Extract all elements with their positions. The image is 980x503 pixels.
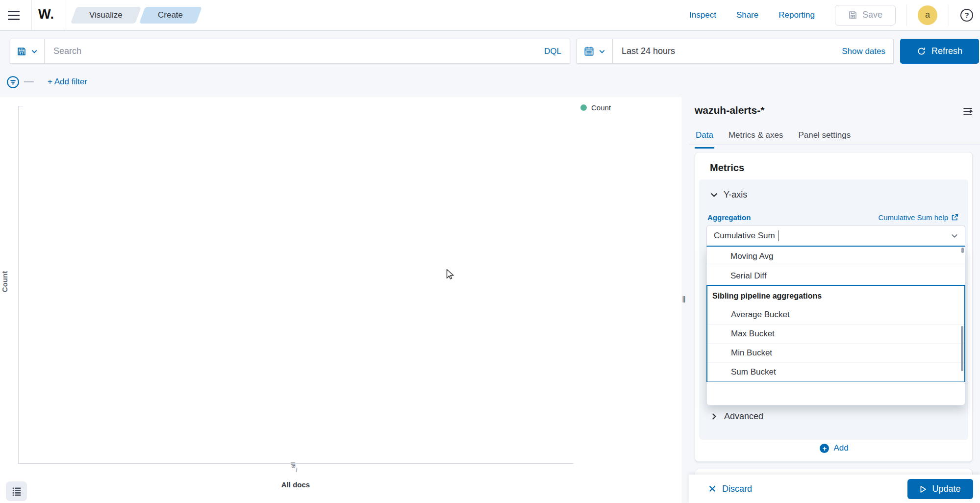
refresh-label: Refresh (931, 46, 962, 56)
date-picker: Last 24 hours Show dates (577, 39, 894, 64)
search-bar: DQL (10, 39, 570, 64)
refresh-icon (917, 47, 926, 56)
dropdown-option-sum-bucket[interactable]: Sum Bucket (707, 363, 964, 382)
advanced-accordion-label: Advanced (724, 411, 763, 422)
list-icon (11, 486, 22, 497)
y-axis-accordion-label: Y-axis (724, 190, 747, 200)
close-icon (708, 485, 716, 493)
chevron-right-icon (710, 412, 718, 421)
legend-item-count[interactable]: Count (578, 103, 614, 112)
add-filter-button[interactable]: + Add filter (45, 76, 90, 87)
share-link[interactable]: Share (736, 10, 758, 20)
metrics-heading: Metrics (710, 162, 744, 174)
advanced-accordion-toggle[interactable]: Advanced (707, 411, 766, 422)
index-pattern-title: wazuh-alerts-* (695, 104, 764, 116)
avatar-initial: a (925, 10, 930, 20)
y-axis-top-tick (18, 106, 23, 106)
help-glyph: ? (964, 11, 969, 19)
save-query-icon (17, 47, 26, 56)
aggregation-row: Aggregation Cumulative Sum help (707, 213, 961, 222)
menu-button[interactable] (8, 7, 25, 23)
dropdown-option-average-bucket[interactable]: Average Bucket (707, 305, 964, 325)
save-button[interactable]: Save (835, 5, 896, 25)
visualization-chart: Count Count _all All docs (0, 97, 681, 503)
update-label: Update (932, 484, 960, 494)
tab-panel-settings[interactable]: Panel settings (797, 126, 852, 145)
calendar-icon (584, 46, 594, 56)
save-label: Save (862, 10, 882, 20)
update-button[interactable]: Update (907, 479, 973, 499)
tab-metrics-axes[interactable]: Metrics & axes (728, 126, 784, 145)
header-divider (66, 0, 66, 30)
mouse-cursor (444, 268, 456, 280)
legend-color-dot (580, 104, 587, 111)
app-header: W. Visualize Create Inspect Share Report… (0, 0, 980, 31)
dropdown-option-moving-avg[interactable]: Moving Avg (707, 247, 965, 266)
help-link-label: Cumulative Sum help (878, 213, 948, 222)
editor-footer: Discard Update (689, 475, 980, 503)
plus-circle-icon: + (820, 444, 829, 453)
dropdown-group-label: Sibling pipeline aggregations (707, 286, 964, 305)
app-logo[interactable]: W. (38, 7, 54, 22)
add-label: Add (833, 443, 848, 453)
time-range-value[interactable]: Last 24 hours (613, 46, 834, 57)
play-icon (920, 485, 927, 493)
query-language-button[interactable]: DQL (536, 47, 570, 56)
aggregation-combobox[interactable]: Cumulative Sum (706, 225, 965, 247)
saved-query-menu-button[interactable] (10, 39, 45, 63)
editor-sidebar: wazuh-alerts-* Data Metrics & axes Panel… (689, 97, 980, 503)
inspect-link[interactable]: Inspect (689, 10, 716, 20)
external-link-icon (951, 214, 958, 221)
breadcrumb-label: Visualize (89, 10, 123, 20)
dropdown-option-max-bucket[interactable]: Max Bucket (707, 325, 964, 344)
combobox-value: Cumulative Sum (707, 231, 775, 241)
chevron-down-icon (710, 191, 718, 199)
y-axis-line (18, 106, 19, 463)
tabs-divider (689, 145, 980, 145)
breadcrumb-label: Create (158, 10, 183, 20)
dropdown-option-serial-diff[interactable]: Serial Diff (707, 266, 965, 286)
panel-resize-handle[interactable]: ‖ (680, 292, 687, 307)
filter-divider (24, 81, 34, 82)
scrollbar-thumb[interactable] (961, 326, 963, 371)
avatar[interactable]: a (918, 5, 937, 25)
aggregation-label: Aggregation (707, 213, 751, 222)
legend-toggle-button[interactable] (6, 481, 27, 501)
header-actions: Inspect Share Reporting Save a ? (689, 0, 976, 30)
legend-label: Count (591, 103, 611, 112)
query-bar: DQL Last 24 hours Show dates Refresh (0, 30, 980, 68)
main-content: Count Count _all All docs ‖ (0, 97, 980, 503)
tab-data[interactable]: Data (695, 126, 714, 145)
text-cursor (779, 230, 779, 241)
collapse-sidebar-icon[interactable] (961, 105, 974, 118)
sibling-pipeline-group: Sibling pipeline aggregations Average Bu… (706, 285, 965, 382)
chevron-down-icon (31, 48, 38, 55)
discard-label: Discard (722, 484, 752, 494)
calendar-menu-button[interactable] (577, 39, 613, 63)
save-icon (848, 10, 857, 20)
logo-text: W. (38, 7, 54, 22)
filter-icon[interactable] (6, 75, 20, 89)
show-dates-button[interactable]: Show dates (834, 47, 893, 56)
header-divider (906, 4, 906, 26)
breadcrumb-create[interactable]: Create (139, 7, 202, 24)
aggregation-help-link[interactable]: Cumulative Sum help (875, 213, 961, 222)
reporting-link[interactable]: Reporting (779, 10, 815, 20)
hamburger-icon (8, 11, 25, 12)
add-metric-button[interactable]: + Add (817, 443, 851, 453)
y-axis-accordion-toggle[interactable]: Y-axis (707, 189, 750, 201)
search-input[interactable] (45, 39, 536, 63)
chevron-down-icon[interactable] (951, 232, 958, 240)
x-axis-title: All docs (247, 480, 345, 489)
help-icon[interactable]: ? (960, 9, 973, 22)
add-metric-row: + Add (695, 443, 973, 453)
filter-bar: + Add filter (0, 68, 980, 96)
scrollbar-thumb[interactable] (961, 248, 964, 253)
refresh-button[interactable]: Refresh (900, 39, 979, 64)
y-axis-title: Count (0, 265, 9, 299)
header-divider (949, 4, 949, 26)
discard-button[interactable]: Discard (705, 483, 755, 495)
breadcrumb-visualize[interactable]: Visualize (71, 7, 141, 24)
dropdown-option-min-bucket[interactable]: Min Bucket (707, 344, 964, 363)
header-divider (31, 0, 32, 30)
